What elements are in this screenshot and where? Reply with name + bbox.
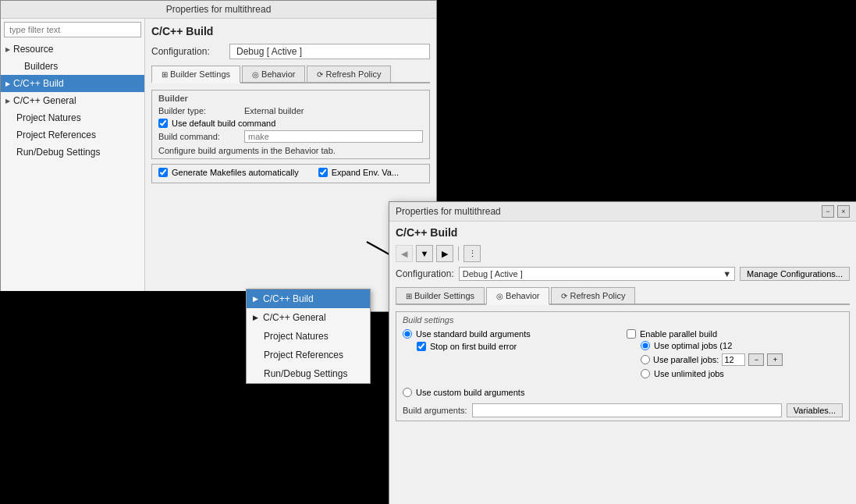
build-settings-group: Build settings Use standard build argume… [396,311,850,421]
build-arg-row: Build arguments: Variables... [403,403,843,417]
sidebar-item-resource[interactable]: ▶ Resource [1,41,144,58]
configure-text: Configure build arguments in the Behavio… [158,146,423,155]
sidebar-item-builders[interactable]: Builders [1,58,144,75]
context-item-run-debug[interactable]: Run/Debug Settings [247,364,370,383]
build-arg-input[interactable] [472,403,782,417]
use-optimal-label: Use optimal jobs (12 [654,341,732,350]
context-menu: ▶ C/C++ Build ▶ C/C++ General Project Na… [246,289,371,384]
config-label: Configuration: [151,46,229,57]
variables-button[interactable]: Variables... [787,403,843,417]
black-overlay [0,291,246,504]
enable-parallel-checkbox[interactable] [627,329,636,339]
use-default-cmd-label: Use default build command [172,119,275,128]
refresh-icon: ⟳ [317,70,323,79]
tab-bar: ⊞ Builder Settings ◎ Behavior ⟳ Refresh … [151,66,430,83]
close-button[interactable]: × [837,205,850,218]
use-custom-label: Use custom build arguments [416,388,524,397]
sidebar-item-run-debug[interactable]: Run/Debug Settings [1,144,144,161]
sidebar-item-label: Run/Debug Settings [16,147,100,158]
use-unlimited-label: Use unlimited jobs [654,369,724,378]
back-button[interactable]: ◀ [396,245,413,262]
section-title: C/C++ Build [151,25,430,37]
use-standard-row: Use standard build arguments [403,329,619,339]
sidebar-item-project-refs[interactable]: Project References [1,126,144,144]
use-optimal-radio[interactable] [641,341,650,350]
back-dialog-titlebar: Properties for multithread [1,1,436,19]
dropdown-button[interactable]: ▼ [416,245,433,262]
builder-group: Builder Builder type: External builder U… [151,90,430,159]
dropdown-arrow-icon: ▼ [723,269,731,279]
context-item-project-natures[interactable]: Project Natures [247,327,370,346]
parallel-plus-btn[interactable]: + [767,353,783,366]
front-tab-behavior[interactable]: ◎ Behavior [486,287,549,305]
use-optimal-row: Use optimal jobs (12 [641,341,843,350]
chevron-icon: ▶ [5,80,10,87]
toolbar: ◀ ▼ ▶ ⋮ [396,245,850,262]
sidebar-item-project-natures[interactable]: Project Natures [1,109,144,126]
filter-input[interactable] [4,22,141,37]
sidebar: ▶ Resource Builders ▶ C/C++ Build ▶ C/C+… [1,19,145,311]
manage-config-button[interactable]: Manage Configurations... [740,267,850,281]
use-parallel-row: Use parallel jobs: − + [641,353,843,366]
config-row: Configuration: Debug [ Active ] [151,44,430,59]
sidebar-item-cpp-general[interactable]: ▶ C/C++ General [1,92,144,109]
use-default-cmd-row: Use default build command [158,119,423,128]
builder-group-title: Builder [158,94,423,103]
use-parallel-radio[interactable] [641,355,650,364]
context-item-label: C/C++ General [263,312,326,323]
tab-builder-settings[interactable]: ⊞ Builder Settings [151,66,240,83]
use-custom-radio[interactable] [403,388,412,397]
forward-button[interactable]: ▶ [436,245,453,262]
behavior-icon: ◎ [496,292,503,300]
build-settings-title: Build settings [403,315,843,325]
builder-settings-icon: ⊞ [406,292,412,300]
front-dialog-titlebar: Properties for multithread − × [389,202,856,222]
front-config-select[interactable]: Debug [ Active ] ▼ [459,267,735,281]
context-item-label: C/C++ Build [263,293,314,304]
tab-refresh-policy[interactable]: ⟳ Refresh Policy [307,66,391,82]
back-icon: ◀ [401,249,407,259]
menu-button[interactable]: ⋮ [464,245,481,262]
config-value: Debug [ Active ] [229,44,430,59]
use-custom-row: Use custom build arguments [403,388,843,397]
front-section-title: C/C++ Build [396,226,850,239]
context-item-cpp-build[interactable]: ▶ C/C++ Build [247,289,370,308]
build-command-input[interactable] [244,130,423,143]
builder-type-row: Builder type: External builder [158,106,423,115]
context-item-label: Project References [264,350,343,360]
front-main-content: C/C++ Build ◀ ▼ ▶ ⋮ Configuration: Debug… [389,222,856,504]
builder-type-value: External builder [244,106,304,115]
behavior-icon: ◎ [252,70,259,79]
use-unlimited-radio[interactable] [641,369,650,378]
tab-label: Refresh Policy [570,291,625,300]
tab-behavior[interactable]: ◎ Behavior [242,66,305,82]
right-column: Enable parallel build Use optimal jobs (… [627,329,843,382]
context-chevron-icon: ▶ [253,295,258,303]
sidebar-item-label: Resource [13,44,53,55]
minimize-button[interactable]: − [822,205,834,218]
build-settings-columns: Use standard build arguments Stop on fir… [403,329,843,382]
context-item-cpp-general[interactable]: ▶ C/C++ General [247,308,370,327]
back-dialog-title: Properties for multithread [166,4,272,15]
stop-on-error-label: Stop on first build error [430,342,517,351]
stop-on-error-checkbox[interactable] [417,342,426,351]
expand-env-label: Expand Env. Va... [332,168,399,177]
parallel-minus-btn[interactable]: − [748,353,764,366]
parallel-jobs-input[interactable] [722,353,745,366]
generate-makefiles-checkbox[interactable] [158,168,168,177]
tab-label: Behavior [506,291,539,300]
context-item-project-refs[interactable]: Project References [247,346,370,364]
chevron-icon: ▶ [5,46,10,53]
front-tab-refresh-policy[interactable]: ⟳ Refresh Policy [551,287,635,303]
expand-env-checkbox[interactable] [318,168,328,177]
enable-parallel-row: Enable parallel build [627,329,843,339]
menu-icon: ⋮ [468,249,477,259]
context-item-label: Project Natures [264,331,329,342]
stop-on-error-row: Stop on first build error [417,342,619,351]
context-chevron-icon: ▶ [253,314,258,321]
use-standard-radio[interactable] [403,329,412,339]
sidebar-item-cpp-build[interactable]: ▶ C/C++ Build [1,75,144,92]
front-tab-builder-settings[interactable]: ⊞ Builder Settings [396,287,485,303]
enable-parallel-label: Enable parallel build [640,329,717,339]
use-default-cmd-checkbox[interactable] [158,119,168,128]
